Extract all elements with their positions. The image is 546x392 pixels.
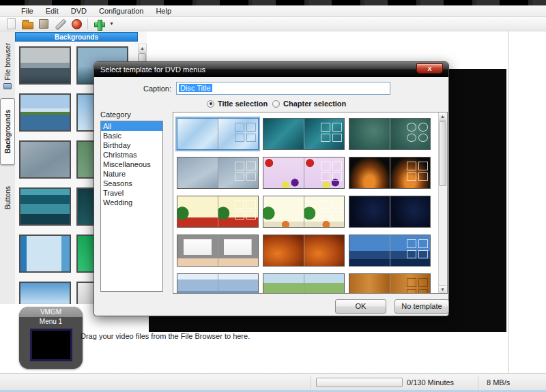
squares-pattern <box>321 123 341 142</box>
menu1-thumbnail[interactable] <box>30 329 72 361</box>
new-project-icon-button[interactable] <box>3 17 19 31</box>
category-item-seasons[interactable]: Seasons <box>101 179 162 188</box>
sidebar-tab-backgrounds[interactable]: Backgrounds <box>0 98 15 165</box>
ok-button[interactable]: OK <box>335 299 386 314</box>
template-panel <box>304 119 345 149</box>
template-grid-scrollbar[interactable]: ▲ ▼ <box>438 112 447 293</box>
template-city-night[interactable] <box>349 235 431 267</box>
vmgm-label: VMGM <box>19 307 83 317</box>
template-teal-dark[interactable] <box>263 118 345 150</box>
category-item-christmas[interactable]: Christmas <box>101 150 162 160</box>
template-christmas-tree-red[interactable] <box>177 196 259 228</box>
menu-edit[interactable]: Edit <box>40 5 65 17</box>
drag-hint-text: Drag your video files from the File Brow… <box>81 332 250 340</box>
template-panel <box>390 119 431 149</box>
scrollbar-thumb[interactable] <box>439 121 446 186</box>
category-item-travel[interactable]: Travel <box>101 188 162 198</box>
gray-blue-gradient-thumbnail[interactable] <box>19 140 71 179</box>
caption-input[interactable]: Disc Title <box>176 82 390 95</box>
squares-pattern <box>321 162 341 181</box>
sidebar-tab-label: Buttons <box>4 186 12 209</box>
new-project-icon <box>7 18 16 29</box>
status-bar: 0/130 Minutes 8 MB/s <box>0 373 546 392</box>
close-icon[interactable]: X <box>416 63 443 74</box>
category-item-nature[interactable]: Nature <box>101 169 162 179</box>
category-item-basic[interactable]: Basic <box>101 131 162 140</box>
minutes-indicator: 0/130 Minutes <box>407 378 454 387</box>
sidebar-tab-buttons[interactable]: Buttons <box>1 179 14 217</box>
burn-disc-icon-button[interactable] <box>68 17 85 31</box>
template-panel <box>263 235 304 266</box>
template-christmas-tree-light[interactable] <box>263 196 345 228</box>
template-winter-trees[interactable] <box>177 273 259 294</box>
settings-wrench-icon-button[interactable] <box>52 17 68 31</box>
blue-gradient-thumbnail[interactable] <box>19 282 71 304</box>
template-penguin-board[interactable] <box>177 235 259 267</box>
toolbar-separator <box>87 18 88 29</box>
scroll-up-icon[interactable]: ▲ <box>139 44 146 52</box>
lake-shore-thumbnail[interactable] <box>19 93 71 132</box>
radio-chapter-selection[interactable]: Chapter selection <box>272 100 346 108</box>
sidebar-tab-label: Backgrounds <box>4 110 12 153</box>
statusbar-separator <box>478 376 478 389</box>
template-panel <box>263 119 304 149</box>
template-panel <box>218 274 259 294</box>
category-item-miscellaneous[interactable]: Miscellaneous <box>101 160 162 169</box>
menu-file[interactable]: File <box>15 5 40 17</box>
vmgm-menu-item[interactable]: VMGM Menu 1 <box>19 307 83 369</box>
template-panel <box>390 274 431 294</box>
template-panel <box>304 196 345 227</box>
ocean-clouds-thumbnail[interactable] <box>19 46 71 85</box>
add-file-icon <box>93 18 105 30</box>
category-item-birthday[interactable]: Birthday <box>101 140 162 150</box>
menu-dvd[interactable]: DVD <box>65 5 93 17</box>
add-file-icon-button[interactable] <box>91 17 107 31</box>
template-blue-gloss[interactable] <box>177 118 259 150</box>
sidebar-tab-file-browser[interactable]: File browser <box>1 37 14 95</box>
template-wooden-door[interactable] <box>349 273 431 294</box>
capacity-progress-bar <box>316 378 403 387</box>
radio-unchecked-icon[interactable] <box>272 100 280 108</box>
template-panel <box>304 274 345 294</box>
template-panel <box>349 196 390 227</box>
template-grid-inner <box>173 112 440 294</box>
category-item-wedding[interactable]: Wedding <box>101 198 162 207</box>
bitrate-indicator: 8 MB/s <box>487 378 510 387</box>
template-fire-clouds[interactable] <box>263 235 345 267</box>
menu-configuration[interactable]: Configuration <box>93 5 149 17</box>
editor-right-border <box>508 31 509 373</box>
save-project-icon-button[interactable] <box>35 17 52 31</box>
radio-title-selection[interactable]: Title selection <box>207 100 268 108</box>
squares-pattern <box>235 162 255 181</box>
menu-help[interactable]: Help <box>149 5 177 17</box>
no-template-button[interactable]: No template <box>394 299 449 314</box>
scroll-down-icon[interactable]: ▼ <box>439 285 446 293</box>
radio-title-label: Title selection <box>218 100 268 108</box>
template-birthday-candles[interactable] <box>349 157 431 189</box>
template-birthday-balloons[interactable] <box>263 157 345 189</box>
template-panel <box>177 235 218 266</box>
chevron-down-icon[interactable]: ▼ <box>109 17 114 31</box>
open-project-icon <box>22 22 33 29</box>
teal-stripes-thumbnail[interactable] <box>19 187 71 226</box>
template-panel <box>390 196 431 227</box>
template-panel <box>349 235 390 266</box>
category-item-all[interactable]: All <box>101 121 162 131</box>
template-dark-navy[interactable] <box>349 196 431 228</box>
open-project-icon-button[interactable] <box>19 17 35 31</box>
radio-checked-icon[interactable] <box>207 100 214 108</box>
backgrounds-column-left <box>19 46 72 304</box>
template-panel <box>263 274 304 294</box>
squares-pattern <box>321 200 341 220</box>
category-listbox[interactable]: AllBasicBirthdayChristmasMiscellaneousNa… <box>100 121 163 292</box>
dialog-titlebar[interactable]: Select template for DVD menus <box>94 62 448 77</box>
blue-frame-thumbnail[interactable] <box>19 235 71 273</box>
scroll-up-icon[interactable]: ▲ <box>439 112 446 121</box>
template-green-ellipses[interactable] <box>349 118 431 150</box>
save-project-icon <box>39 19 48 29</box>
squares-pattern <box>407 278 427 294</box>
template-slate-grid[interactable] <box>177 157 259 189</box>
template-spring-trees[interactable] <box>263 273 345 294</box>
template-panel <box>177 274 218 294</box>
caption-label: Caption: <box>121 85 171 93</box>
